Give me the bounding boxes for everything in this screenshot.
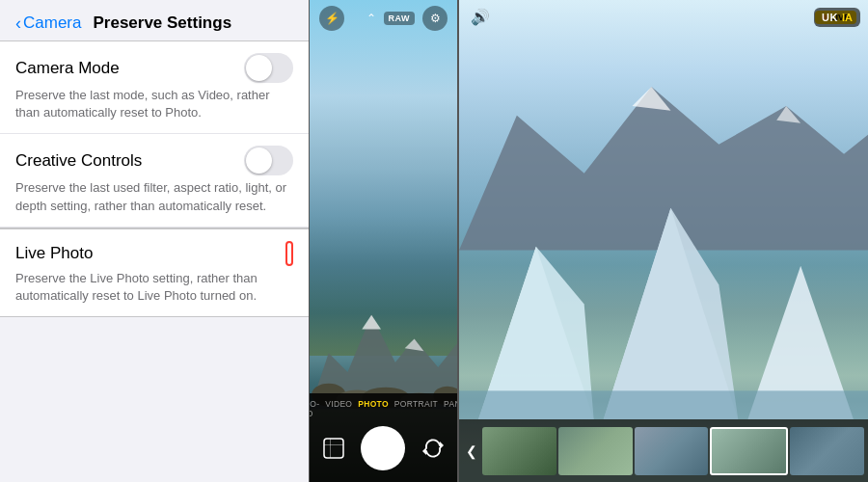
- gallery-icon[interactable]: [320, 435, 347, 462]
- top-mid-icons-group: ⌃ RAW ⚙: [366, 6, 448, 31]
- camera-mode-label: Camera Mode: [15, 59, 120, 78]
- live-photo-toggle-highlight: [285, 241, 293, 266]
- live-photo-desc: Preserve the Live Photo setting, rather …: [15, 270, 293, 305]
- wm-19-text: IA: [842, 12, 853, 23]
- setting-row-camera-mode: Camera Mode: [15, 53, 293, 83]
- settings-list: Camera Mode Preserve the last mode, such…: [0, 40, 309, 317]
- mode-portrait[interactable]: PORTRAIT: [394, 399, 438, 418]
- thumbnail-1[interactable]: [482, 427, 556, 475]
- mode-slo-mo[interactable]: SLO-MO: [309, 399, 319, 418]
- settings-panel: ‹ Camera Preserve Settings Camera Mode P…: [0, 0, 309, 482]
- camera-controls: [313, 426, 453, 470]
- right-top-bar: 🔊 LIVE: [459, 0, 868, 34]
- thumbnail-4[interactable]: [710, 427, 788, 475]
- creative-controls-desc: Preserve the last used filter, aspect ra…: [15, 179, 293, 214]
- svg-marker-1: [362, 314, 381, 329]
- setting-creative-controls: Creative Controls Preserve the last used…: [0, 134, 309, 227]
- middle-top-bar: ⚡ ⌃ RAW ⚙: [310, 0, 457, 37]
- page-title: Preserve Settings: [93, 13, 231, 33]
- setting-camera-mode: Camera Mode Preserve the last mode, such…: [0, 41, 309, 134]
- svg-marker-12: [422, 447, 426, 455]
- watermark: UK IA: [814, 8, 860, 27]
- setting-row-live-photo: Live Photo: [15, 241, 293, 266]
- iceberg-svg: [459, 131, 868, 419]
- shutter-inner: [365, 430, 401, 467]
- middle-phone: ⚡ ⌃ RAW ⚙ SLO-MO VIDEO PHOTO PORTRAIT PA…: [309, 0, 458, 482]
- setting-live-photo: Live Photo Preserve the Live Photo setti…: [0, 228, 309, 316]
- back-label[interactable]: Camera: [23, 13, 81, 33]
- thumbnail-strip: ❮: [459, 419, 868, 482]
- live-photo-label: Live Photo: [15, 244, 93, 263]
- speaker-icon[interactable]: 🔊: [471, 8, 490, 26]
- middle-phone-screen: ⚡ ⌃ RAW ⚙ SLO-MO VIDEO PHOTO PORTRAIT PA…: [310, 0, 457, 482]
- right-phone-screen: 🔊 LIVE UK IA ❮: [459, 0, 868, 482]
- creative-controls-slider: [244, 146, 293, 175]
- chevron-left-icon: ‹: [15, 14, 21, 32]
- svg-rect-9: [324, 444, 343, 445]
- mode-pano[interactable]: PANO: [444, 399, 458, 418]
- mode-photo[interactable]: PHOTO: [358, 399, 389, 418]
- settings-icon[interactable]: ⚙: [422, 6, 448, 31]
- svg-rect-18: [459, 390, 868, 419]
- middle-bottom-bar: SLO-MO VIDEO PHOTO PORTRAIT PANO: [310, 393, 457, 482]
- nav-header: ‹ Camera Preserve Settings: [0, 0, 309, 40]
- thumbnail-3[interactable]: [635, 427, 709, 475]
- chevron-up-icon[interactable]: ⌃: [366, 12, 376, 25]
- raw-badge[interactable]: RAW: [384, 12, 416, 25]
- flip-camera-icon[interactable]: [420, 435, 447, 462]
- camera-mode-toggle[interactable]: [244, 53, 293, 83]
- camera-modes: SLO-MO VIDEO PHOTO PORTRAIT PANO: [313, 399, 453, 418]
- svg-rect-8: [324, 439, 343, 458]
- shutter-button[interactable]: [361, 426, 405, 470]
- strip-arrow-left[interactable]: ❮: [463, 442, 480, 461]
- svg-rect-10: [330, 439, 331, 458]
- thumbnail-5[interactable]: [790, 427, 864, 475]
- flash-icon[interactable]: ⚡: [319, 6, 344, 31]
- camera-mode-desc: Preserve the last mode, such as Video, r…: [15, 87, 293, 121]
- creative-controls-label: Creative Controls: [15, 151, 142, 171]
- camera-mode-slider: [244, 53, 293, 83]
- back-link[interactable]: ‹ Camera: [15, 13, 81, 33]
- thumbnail-2[interactable]: [558, 427, 633, 475]
- setting-row-creative-controls: Creative Controls: [15, 146, 293, 175]
- mode-video[interactable]: VIDEO: [325, 399, 352, 418]
- svg-marker-16: [604, 208, 739, 419]
- creative-controls-toggle[interactable]: [244, 146, 293, 175]
- wm-uk-text: UK: [822, 12, 838, 23]
- right-phone: 🔊 LIVE UK IA ❮: [458, 0, 868, 482]
